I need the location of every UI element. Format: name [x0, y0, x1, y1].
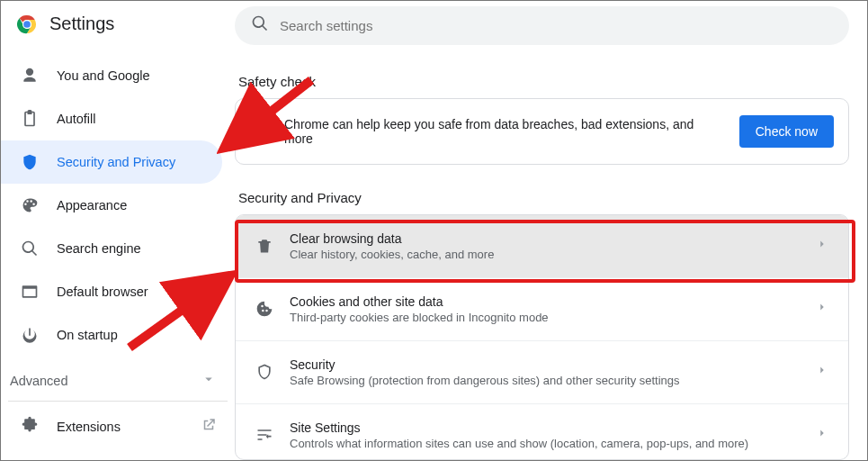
chrome-logo-icon [17, 14, 37, 34]
row-title: Clear browsing data [290, 231, 800, 246]
sidebar-item-label: Search engine [57, 241, 206, 256]
row-sub: Clear history, cookies, cache, and more [290, 248, 800, 261]
sidebar-item-label: Default browser [57, 285, 206, 299]
sidebar: Settings You and Google Autofill Securit… [1, 1, 235, 460]
sidebar-item-label: On startup [57, 328, 206, 342]
search-settings[interactable] [235, 6, 849, 45]
extension-icon [21, 416, 39, 437]
tune-icon [255, 426, 273, 444]
chevron-down-icon [201, 371, 217, 390]
search-icon [251, 14, 269, 36]
advanced-label: Advanced [10, 374, 68, 388]
open-in-new-icon [201, 417, 217, 436]
sidebar-item-autofill[interactable]: Autofill [1, 97, 222, 140]
shield-icon [21, 153, 39, 171]
power-icon [21, 326, 39, 344]
row-sub: Safe Browsing (protection from dangerous… [290, 374, 800, 387]
list-item-cookies[interactable]: Cookies and other site data Third-party … [236, 277, 848, 340]
main-content: Safety check Chrome can help keep you sa… [235, 1, 867, 460]
sidebar-item-extensions[interactable]: Extensions [1, 403, 235, 440]
section-title-privacy: Security and Privacy [238, 190, 849, 205]
divider [8, 401, 228, 402]
row-title: Cookies and other site data [290, 294, 800, 309]
sidebar-item-default-browser[interactable]: Default browser [1, 270, 222, 313]
list-item-security[interactable]: Security Safe Browsing (protection from … [236, 340, 848, 403]
chevron-right-icon [816, 364, 828, 380]
row-title: Security [290, 357, 800, 372]
shield-check-icon [250, 120, 270, 143]
list-item-clear-browsing-data[interactable]: Clear browsing data Clear history, cooki… [236, 215, 848, 277]
app-header: Settings [1, 6, 235, 49]
palette-icon [21, 196, 39, 214]
privacy-list: Clear browsing data Clear history, cooki… [235, 214, 849, 460]
extensions-label: Extensions [57, 420, 121, 434]
sidebar-item-label: Appearance [57, 198, 206, 212]
sidebar-nav: You and Google Autofill Security and Pri… [1, 54, 235, 357]
advanced-toggle[interactable]: Advanced [1, 362, 235, 399]
cookie-icon [255, 300, 273, 318]
sidebar-item-search-engine[interactable]: Search engine [1, 227, 222, 270]
page-title: Settings [49, 14, 114, 34]
chevron-right-icon [816, 238, 828, 254]
sidebar-item-on-startup[interactable]: On startup [1, 313, 222, 357]
sidebar-item-you-and-google[interactable]: You and Google [1, 54, 222, 97]
person-icon [21, 67, 39, 85]
safety-message: Chrome can help keep you safe from data … [284, 117, 725, 146]
row-sub: Third-party cookies are blocked in Incog… [290, 311, 800, 324]
row-sub: Controls what information sites can use … [290, 437, 800, 450]
section-title-safety: Safety check [238, 74, 849, 89]
sidebar-item-label: Autofill [57, 112, 206, 126]
sidebar-item-label: Security and Privacy [57, 155, 206, 169]
row-title: Site Settings [290, 420, 800, 435]
chevron-right-icon [816, 427, 828, 443]
sidebar-item-appearance[interactable]: Appearance [1, 184, 222, 227]
chevron-right-icon [816, 301, 828, 317]
sidebar-item-label: You and Google [57, 68, 206, 83]
search-icon [21, 240, 39, 258]
search-input[interactable] [280, 18, 833, 33]
list-item-site-settings[interactable]: Site Settings Controls what information … [236, 403, 848, 460]
browser-icon [21, 283, 39, 301]
svg-point-2 [23, 21, 31, 28]
shield-icon [255, 363, 273, 381]
trash-icon [255, 237, 273, 255]
sidebar-item-security-privacy[interactable]: Security and Privacy [1, 140, 222, 184]
check-now-button[interactable]: Check now [739, 115, 834, 148]
safety-check-card: Chrome can help keep you safe from data … [235, 98, 849, 165]
clipboard-icon [21, 110, 39, 128]
